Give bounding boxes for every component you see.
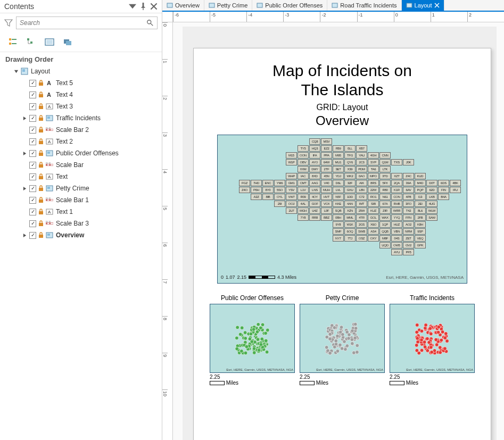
visibility-checkbox[interactable] bbox=[29, 162, 36, 169]
lock-icon[interactable] bbox=[38, 92, 44, 98]
tree-item[interactable]: Petty Crime bbox=[0, 182, 162, 194]
svg-point-318 bbox=[424, 345, 427, 348]
tree-item-label: Scale Bar 2 bbox=[56, 126, 89, 134]
lock-icon[interactable] bbox=[38, 232, 44, 238]
overview-map-frame[interactable]: CQ8MSVTY5HQ3EZ2FB90LLXB7M15OONIFAPPAM95T… bbox=[217, 135, 467, 284]
expand-icon[interactable] bbox=[21, 115, 28, 121]
visibility-checkbox[interactable] bbox=[29, 209, 36, 215]
overview-label[interactable]: Overview bbox=[210, 113, 475, 128]
lock-icon[interactable] bbox=[38, 138, 44, 145]
grid-cell: MGH bbox=[298, 207, 309, 214]
tree-item[interactable]: 0 5 10Scale Bar 3 bbox=[0, 218, 162, 229]
scale-bar[interactable]: 2.25 Miles bbox=[390, 374, 475, 386]
lock-icon[interactable] bbox=[38, 185, 44, 192]
list-by-map-button[interactable] bbox=[61, 36, 75, 48]
map-icon bbox=[332, 2, 338, 9]
tree-item[interactable]: AText bbox=[0, 171, 162, 182]
visibility-checkbox[interactable] bbox=[29, 127, 36, 134]
map-icon bbox=[406, 2, 412, 9]
tree-item[interactable]: AText 4 bbox=[0, 89, 162, 101]
page-title-line2[interactable]: The Islands bbox=[210, 80, 475, 99]
grid-cell: 32F bbox=[344, 180, 356, 186]
grid-cell: N61 bbox=[379, 194, 391, 200]
tab-strip: OverviewPetty CrimePublic Order Offenses… bbox=[162, 0, 504, 12]
tree-item[interactable]: 0 5 10Scale Bar 1 bbox=[0, 194, 162, 206]
page-title-line1[interactable]: Map of Incidents on bbox=[210, 61, 475, 80]
tree-item[interactable]: Overview bbox=[0, 229, 162, 241]
dropdown-icon[interactable] bbox=[129, 3, 136, 10]
visibility-checkbox[interactable] bbox=[29, 232, 36, 239]
grid-label[interactable]: GRID: Layout bbox=[210, 103, 475, 112]
scale-icon: 0 5 10 bbox=[46, 161, 53, 169]
lock-icon[interactable] bbox=[38, 103, 44, 110]
tree-item-label: Text 3 bbox=[56, 103, 73, 110]
pin-icon[interactable] bbox=[139, 3, 147, 10]
list-by-source-button[interactable] bbox=[24, 36, 38, 48]
lock-icon[interactable] bbox=[38, 150, 44, 156]
small-map-frame[interactable]: Esri, HERE, Garmin, USGS, METI/NASA, NGA bbox=[390, 304, 475, 373]
scale-bar[interactable]: 2.25 Miles bbox=[210, 374, 295, 386]
tree-item[interactable]: 0 5 10Scale Bar bbox=[0, 159, 162, 171]
close-icon[interactable] bbox=[434, 3, 440, 8]
visibility-checkbox[interactable] bbox=[29, 220, 36, 227]
layout-page[interactable]: Map of Incidents on The Islands GRID: La… bbox=[193, 48, 491, 440]
visibility-checkbox[interactable] bbox=[29, 80, 36, 87]
visibility-checkbox[interactable] bbox=[29, 185, 36, 192]
list-by-drawing-order-button[interactable] bbox=[6, 36, 20, 48]
lock-icon[interactable] bbox=[38, 115, 44, 121]
tree-item[interactable]: AText 1 bbox=[0, 206, 162, 218]
small-map-frame[interactable]: Esri, HERE, Garmin, USGS, METI/NASA, NGA bbox=[300, 304, 385, 373]
visibility-checkbox[interactable] bbox=[29, 138, 36, 145]
tab-public-order-offenses[interactable]: Public Order Offenses bbox=[252, 0, 327, 11]
small-map-block[interactable]: Traffic IncidentsEsri, HERE, Garmin, USG… bbox=[390, 294, 475, 386]
tab-overview[interactable]: Overview bbox=[162, 0, 204, 11]
filter-icon[interactable] bbox=[4, 19, 13, 27]
lock-icon[interactable] bbox=[38, 127, 44, 133]
search-input[interactable] bbox=[20, 19, 146, 27]
svg-rect-23 bbox=[46, 129, 47, 130]
close-icon[interactable] bbox=[150, 3, 158, 10]
lock-icon[interactable] bbox=[38, 80, 44, 86]
tab-layout[interactable]: Layout bbox=[402, 0, 444, 11]
tree-item[interactable]: 0 5 10Scale Bar 2 bbox=[0, 124, 162, 136]
expand-icon[interactable] bbox=[21, 150, 28, 156]
tab-road-traffic-incidents[interactable]: Road Traffic Incidents bbox=[327, 0, 401, 11]
visibility-checkbox[interactable] bbox=[29, 103, 36, 110]
expand-icon[interactable] bbox=[21, 232, 28, 238]
grid-cell: L1V bbox=[298, 187, 309, 193]
grid-cell: AYU bbox=[391, 249, 402, 255]
lock-icon[interactable] bbox=[38, 209, 44, 215]
page-canvas[interactable]: Map of Incidents on The Islands GRID: La… bbox=[183, 27, 497, 440]
tree-item[interactable]: Public Order Offenses bbox=[0, 147, 162, 159]
tab-petty-crime[interactable]: Petty Crime bbox=[204, 0, 252, 11]
visibility-checkbox[interactable] bbox=[29, 115, 36, 122]
grid-cell: SYP bbox=[368, 159, 379, 165]
search-icon[interactable] bbox=[146, 19, 154, 27]
scale-bar[interactable]: 2.25 Miles bbox=[300, 374, 385, 386]
lock-icon[interactable] bbox=[38, 173, 44, 180]
grid-cell: 3ET bbox=[333, 166, 344, 172]
tree-root-layout[interactable]: Layout bbox=[0, 65, 162, 77]
tree-item[interactable]: AText 3 bbox=[0, 101, 162, 112]
visibility-checkbox[interactable] bbox=[29, 92, 36, 98]
scale-bar-3[interactable]: 0 1.07 2.15 4.3 Miles bbox=[221, 275, 296, 280]
tree-item[interactable]: Traffic Incidents bbox=[0, 112, 162, 124]
lock-icon[interactable] bbox=[38, 197, 44, 203]
list-by-element-button[interactable] bbox=[43, 36, 56, 48]
search-box[interactable] bbox=[16, 16, 158, 29]
lock-icon[interactable] bbox=[38, 162, 44, 168]
visibility-checkbox[interactable] bbox=[29, 197, 36, 204]
small-map-block[interactable]: Petty CrimeEsri, HERE, Garmin, USGS, MET… bbox=[300, 294, 385, 386]
tree-item[interactable]: AText 2 bbox=[0, 136, 162, 147]
lock-icon[interactable] bbox=[38, 220, 44, 227]
expand-icon[interactable] bbox=[21, 185, 28, 192]
tree-item[interactable]: AText 5 bbox=[0, 77, 162, 89]
svg-rect-56 bbox=[39, 235, 43, 238]
svg-point-314 bbox=[416, 340, 420, 344]
visibility-checkbox[interactable] bbox=[29, 173, 36, 180]
svg-text:A: A bbox=[48, 139, 51, 144]
small-map-block[interactable]: Public Order OffensesEsri, HERE, Garmin,… bbox=[210, 294, 295, 386]
collapse-icon[interactable] bbox=[13, 68, 19, 74]
small-map-frame[interactable]: Esri, HERE, Garmin, USGS, METI/NASA, NGA bbox=[210, 304, 295, 373]
visibility-checkbox[interactable] bbox=[29, 150, 36, 157]
